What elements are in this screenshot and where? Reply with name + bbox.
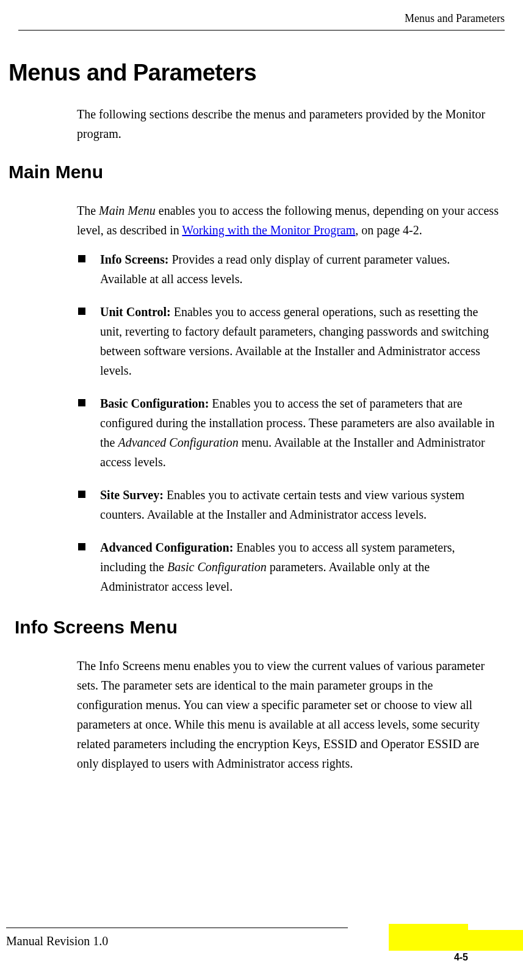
- bullet-label: Site Survey:: [100, 488, 164, 502]
- heading-main-menu: Main Menu: [9, 162, 505, 182]
- footer-revision: Manual Revision 1.0: [6, 934, 108, 948]
- main-menu-intro: The Main Menu enables you to access the …: [77, 201, 499, 240]
- italic-main-menu: Main Menu: [99, 204, 156, 217]
- page-number: 4-5: [454, 952, 468, 963]
- list-item: Info Screens: Provides a read only displ…: [77, 250, 499, 289]
- footer-divider: [6, 928, 348, 928]
- italic-advanced-config: Advanced Configuration: [118, 436, 238, 449]
- header-section-label: Menus and Parameters: [18, 12, 505, 30]
- info-screens-paragraph: The Info Screens menu enables you to vie…: [77, 656, 499, 773]
- bullet-label: Basic Configuration:: [100, 397, 209, 410]
- bullet-label: Advanced Configuration:: [100, 541, 233, 554]
- italic-basic-config: Basic Configuration: [167, 560, 267, 574]
- list-item: Basic Configuration: Enables you to acce…: [77, 394, 499, 472]
- list-item: Advanced Configuration: Enables you to a…: [77, 538, 499, 596]
- bullet-list: Info Screens: Provides a read only displ…: [77, 250, 499, 596]
- text-fragment: The: [77, 204, 99, 217]
- intro-paragraph: The following sections describe the menu…: [77, 104, 499, 143]
- header-divider: [18, 30, 505, 31]
- heading-info-screens: Info Screens Menu: [15, 617, 505, 638]
- list-item: Site Survey: Enables you to activate cer…: [77, 485, 499, 524]
- bullet-label: Info Screens:: [100, 253, 168, 266]
- text-fragment: , on page 4-2.: [355, 223, 422, 237]
- list-item: Unit Control: Enables you to access gene…: [77, 302, 499, 380]
- heading-1: Menus and Parameters: [9, 60, 505, 86]
- bullet-label: Unit Control:: [100, 305, 171, 319]
- footer: Manual Revision 1.0: [6, 928, 505, 948]
- link-working-with-monitor[interactable]: Working with the Monitor Program: [182, 223, 355, 237]
